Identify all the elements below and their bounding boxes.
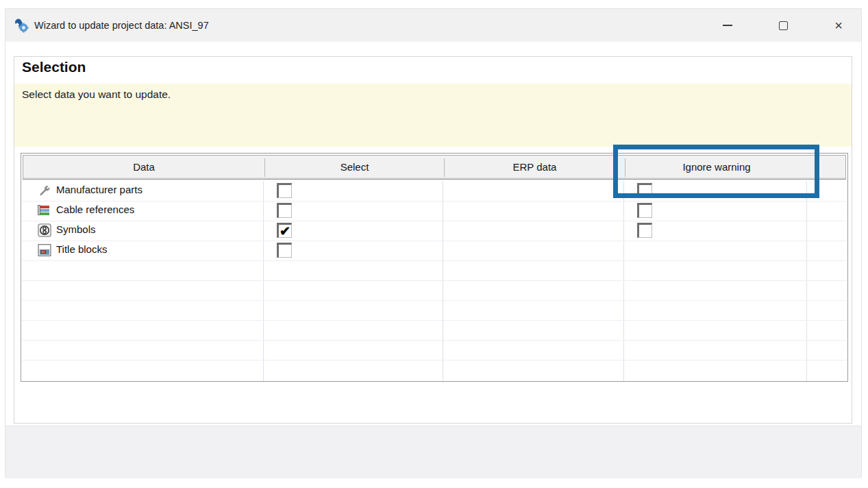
grid-row-line	[22, 300, 847, 301]
table-row-cable-references[interactable]: Cable references	[22, 201, 847, 221]
select-checkbox-cable-references[interactable]	[277, 203, 292, 218]
minimize-icon	[723, 25, 732, 26]
maximize-button[interactable]	[767, 9, 799, 42]
column-header-select[interactable]: Select	[265, 156, 444, 179]
close-icon: ×	[834, 19, 843, 32]
row-label: Symbols	[56, 223, 96, 235]
table-row-title-blocks[interactable]: Title blocks	[22, 241, 847, 260]
close-button[interactable]: ×	[823, 9, 854, 42]
select-checkbox-manufacturer-parts[interactable]	[277, 183, 292, 198]
row-label: Title blocks	[56, 243, 107, 255]
grid-row-line	[22, 280, 847, 281]
titleblock-icon	[38, 243, 51, 257]
column-header-erp-data[interactable]: ERP data	[445, 156, 625, 179]
button-bar: Previous Next Finish Cancel	[5, 426, 861, 478]
info-band: Select data you want to update.	[14, 84, 852, 147]
symbol-icon	[38, 223, 51, 237]
window-title: Wizard to update project data: ANSI_97	[34, 9, 209, 42]
title-bar[interactable]: Wizard to update project data: ANSI_97 ×	[5, 9, 861, 42]
table-row-symbols[interactable]: Symbols	[22, 221, 847, 241]
grid-row-line	[22, 360, 847, 361]
minimize-button[interactable]	[712, 9, 743, 42]
ignore-warning-checkbox-cable-references[interactable]	[637, 203, 652, 218]
grid-row-line	[22, 340, 847, 341]
row-label: Manufacturer parts	[56, 184, 142, 195]
column-header-data[interactable]: Data	[23, 156, 264, 179]
page-title: Selection	[22, 59, 86, 75]
maximize-icon	[779, 21, 788, 30]
select-checkbox-title-blocks[interactable]	[277, 243, 292, 258]
row-label: Cable references	[56, 204, 134, 215]
wizard-dialog: Wizard to update project data: ANSI_97 ×…	[5, 8, 862, 478]
select-checkbox-symbols[interactable]	[277, 223, 292, 238]
info-subtitle: Select data you want to update.	[22, 88, 171, 101]
ignore-warning-checkbox-symbols[interactable]	[637, 223, 652, 238]
ignore-warning-highlight-box	[613, 145, 819, 198]
wrench-icon	[38, 184, 51, 197]
grid-row-line	[22, 320, 847, 321]
app-icon	[13, 17, 29, 34]
cable-icon	[38, 204, 51, 217]
content-panel: Selection Select data you want to update…	[14, 56, 852, 424]
grid-row-line	[22, 260, 847, 261]
